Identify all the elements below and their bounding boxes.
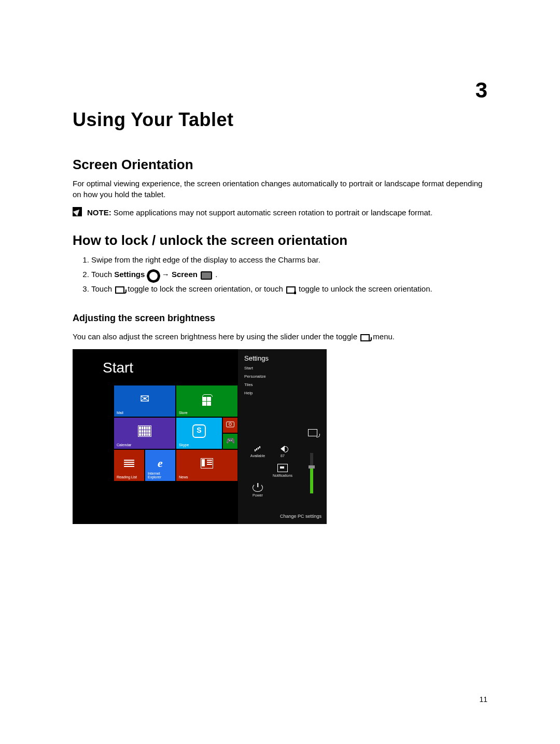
rotation-toggle-icon — [308, 429, 317, 436]
step3-text-a: Touch — [91, 284, 114, 293]
note-block: NOTE: Some applications may not support … — [73, 207, 490, 218]
tiles-area: Mail ✉ Store Calendar — [114, 385, 237, 492]
section-lock-unlock: How to lock / unlock the screen orientat… — [73, 232, 490, 249]
settings-item-personalize: Personalize — [244, 374, 323, 379]
settings-item-tiles: Tiles — [244, 382, 323, 387]
tile-mail: Mail ✉ — [114, 385, 175, 417]
section-screen-orientation: Screen Orientation — [73, 157, 490, 173]
step-1: Swipe from the right edge of the display… — [91, 254, 490, 266]
screen-icon — [201, 271, 212, 280]
tile-label: Reading List — [117, 475, 137, 479]
tile-label: Skype — [179, 443, 189, 447]
brightness-para-b: menu. — [371, 332, 395, 341]
step3-text-c: toggle to unlock the screen orientation. — [297, 284, 432, 293]
page-title: Using Your Tablet — [73, 109, 490, 131]
ie-icon: e — [158, 457, 163, 470]
mail-icon: ✉ — [140, 392, 149, 406]
start-screen-illustration: Start Mail ✉ Store Calendar — [73, 349, 327, 524]
slider-thumb — [309, 465, 315, 469]
games-icon: 🎮 — [226, 436, 235, 445]
note-text: NOTE: Some applications may not support … — [87, 207, 432, 218]
tile-games: 🎮 — [223, 434, 237, 449]
settings-title: Settings — [244, 354, 323, 362]
rotation-toggle-icon — [360, 334, 370, 341]
rotation-lock-icon — [286, 286, 296, 294]
tile-camera — [223, 418, 237, 433]
change-pc-settings: Change PC settings — [280, 514, 321, 519]
gear-icon — [148, 271, 159, 281]
tile-news: News — [176, 450, 237, 481]
wifi-bars-icon — [253, 445, 262, 452]
page-number: 11 — [479, 695, 487, 704]
slider-fill — [310, 467, 313, 493]
cell-power: Power — [245, 484, 270, 497]
note-label: NOTE: — [87, 208, 111, 217]
manual-page: 3 Using Your Tablet Screen Orientation F… — [0, 0, 560, 744]
settings-bottom-grid: Available 87 Notifications Power — [238, 445, 327, 503]
notifications-label: Notifications — [270, 474, 295, 477]
tile-label: News — [179, 475, 188, 479]
note-icon — [73, 207, 82, 216]
tile-internet-explorer: Internet Explorer e — [145, 450, 175, 481]
volume-value: 87 — [270, 454, 295, 458]
subheading-brightness: Adjusting the screen brightness — [73, 313, 490, 324]
reading-list-icon — [124, 459, 134, 468]
note-body: Some applications may not support automa… — [111, 208, 432, 217]
store-icon — [202, 394, 212, 404]
tile-store: Store — [176, 385, 237, 417]
calendar-icon — [138, 425, 151, 437]
chapter-number: 3 — [475, 78, 487, 103]
cell-network: Available — [245, 445, 270, 458]
speaker-icon — [278, 445, 287, 452]
power-icon — [253, 484, 263, 492]
tile-skype: Skype S — [176, 418, 222, 449]
step-2: Touch Settings → Screen . — [91, 268, 490, 281]
settings-item-help: Help — [244, 391, 323, 395]
tile-label: Mail — [117, 411, 123, 415]
available-label: Available — [245, 454, 270, 458]
tile-label: Store — [179, 411, 188, 415]
brightness-para: You can also adjust the screen brightnes… — [73, 331, 490, 342]
tile-reading-list: Reading List — [114, 450, 144, 481]
settings-pane: Settings Start Personalize Tiles Help Av… — [238, 349, 327, 524]
cell-volume: 87 — [270, 445, 295, 458]
cell-notifications: Notifications — [270, 464, 295, 477]
step2-arrow: → — [160, 270, 172, 279]
skype-icon: S — [192, 424, 206, 438]
step2-screen-label: Screen — [172, 270, 198, 279]
camera-icon — [226, 421, 234, 427]
rotation-toggle-icon — [115, 286, 124, 294]
steps-list: Swipe from the right edge of the display… — [73, 254, 490, 295]
step3-text-b: toggle to lock the screen orientation, o… — [125, 284, 285, 293]
body-text: For optimal viewing experience, the scre… — [73, 178, 490, 200]
step-3: Touch toggle to lock the screen orientat… — [91, 283, 490, 295]
cell-spacer — [245, 464, 270, 477]
brightness-slider — [310, 453, 313, 493]
tile-label: Calendar — [117, 443, 131, 447]
settings-item-start: Start — [244, 366, 323, 370]
brightness-para-a: You can also adjust the screen brightnes… — [73, 332, 359, 341]
power-label: Power — [245, 493, 270, 497]
step2-dot: . — [213, 270, 217, 279]
tile-label: Internet Explorer — [148, 472, 173, 479]
step2-text-a: Touch — [91, 270, 114, 279]
news-icon — [201, 458, 213, 469]
notifications-icon — [277, 464, 288, 472]
start-label: Start — [103, 360, 133, 376]
step2-settings-label: Settings — [114, 270, 145, 279]
tile-calendar: Calendar — [114, 418, 175, 449]
